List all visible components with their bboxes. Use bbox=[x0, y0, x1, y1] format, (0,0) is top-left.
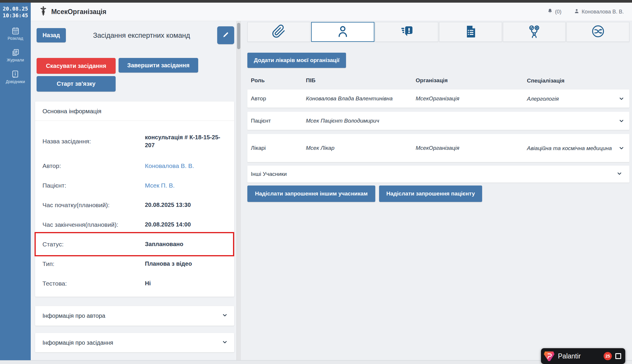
palantir-logo-icon bbox=[544, 351, 554, 361]
field-end-time: Час закінчення(плановий): 20.08.2025 14:… bbox=[42, 215, 227, 234]
other-participants-row[interactable]: Інші Учасники bbox=[247, 166, 629, 183]
journals-icon bbox=[11, 48, 20, 57]
cancel-meeting-button[interactable]: Скасувати засідання bbox=[37, 58, 116, 74]
paperclip-icon bbox=[272, 24, 286, 40]
field-patient: Пацієнт: Мсек П. В. bbox=[42, 176, 227, 195]
main-info-body: Назва засідання: консультація # К-18-15-… bbox=[35, 121, 234, 297]
reference-book-icon bbox=[11, 70, 20, 78]
tab-attachments[interactable] bbox=[247, 22, 310, 42]
sidebar: 20.08.25 10:36:45 Розклад bbox=[0, 3, 31, 360]
patient-link[interactable]: Мсек П. В. bbox=[145, 181, 227, 189]
chat-alert-icon bbox=[400, 24, 414, 40]
tab-documents[interactable] bbox=[439, 22, 502, 42]
main-info-title: Основна інформація bbox=[35, 102, 234, 121]
palantir-widget[interactable]: Palantir 25 bbox=[541, 348, 625, 364]
back-button[interactable]: Назад bbox=[37, 28, 66, 42]
calendar-icon bbox=[11, 26, 20, 35]
field-test: Тестова: Ні bbox=[42, 274, 227, 293]
field-meeting-name: Назва засідання: консультація # К-18-15-… bbox=[42, 127, 227, 156]
tab-messages[interactable] bbox=[375, 22, 438, 42]
finish-meeting-button[interactable]: Завершити засідання bbox=[119, 58, 198, 73]
sidebar-clock: 20.08.25 10:36:45 bbox=[0, 5, 31, 19]
chevron-down-icon bbox=[222, 339, 228, 346]
sidebar-item-label: Розклад bbox=[8, 36, 23, 41]
window-top-strip bbox=[0, 0, 632, 3]
notifications-button[interactable]: (0) bbox=[547, 8, 561, 16]
chevron-down-icon bbox=[616, 171, 622, 178]
sidebar-item-label: Журнали bbox=[7, 58, 24, 62]
bell-icon bbox=[547, 8, 553, 16]
main-info-card: Основна інформація Назва засідання: конс… bbox=[35, 102, 234, 297]
window-bottom-strip bbox=[0, 360, 632, 364]
participants-panel: Додати лікарів моєї організації Роль ПІБ… bbox=[247, 22, 629, 202]
header-right: (0) Коновалова В. В. bbox=[547, 8, 624, 16]
shuffle-icon bbox=[591, 24, 605, 40]
sidebar-item-schedule[interactable]: Розклад bbox=[8, 26, 23, 41]
panel-scrollbar-track[interactable] bbox=[237, 21, 241, 360]
invite-buttons: Надіслати запрошення іншим учасникам Над… bbox=[247, 186, 629, 202]
tab-bar bbox=[247, 22, 629, 42]
user-icon bbox=[574, 8, 580, 16]
start-connection-button[interactable]: Старт зв'язку bbox=[37, 76, 116, 92]
pencil-icon bbox=[222, 31, 229, 39]
field-type: Тип: Планова з відео bbox=[42, 254, 227, 274]
field-author: Автор: Коновалова В. В. bbox=[42, 156, 227, 176]
add-doctors-button[interactable]: Додати лікарів моєї організації bbox=[247, 53, 346, 68]
table-row-patient[interactable]: Пацієнт Мсек Пацієнт Володимирич bbox=[247, 112, 629, 130]
participants-status-icon bbox=[527, 24, 541, 40]
page-title: Засідання експертних команд bbox=[66, 31, 217, 40]
accordion-meeting-info[interactable]: Інформація про засідання bbox=[35, 333, 234, 352]
accordion-author-info[interactable]: Інформація про автора bbox=[35, 306, 234, 326]
sidebar-item-journals[interactable]: Журнали bbox=[7, 48, 24, 62]
table-row-doctors[interactable]: Лікарі Мсек Лікар МсекОрганізація Авіаці… bbox=[247, 134, 629, 162]
clock-time: 10:36:45 bbox=[0, 12, 31, 19]
author-link[interactable]: Коновалова В. В. bbox=[145, 162, 227, 170]
field-status: Статус: Заплановано bbox=[42, 234, 227, 254]
person-icon bbox=[336, 24, 350, 40]
meeting-panel: Назад Засідання експертних команд Скасув… bbox=[31, 21, 236, 360]
user-menu[interactable]: Коновалова В. В. bbox=[574, 8, 624, 16]
table-row-author[interactable]: Автор Коновалова Влада Валентинівна Мсек… bbox=[247, 90, 629, 108]
chevron-down-icon[interactable] bbox=[613, 96, 629, 102]
invite-patient-button[interactable]: Надіслати запрошення пацієнту bbox=[379, 186, 482, 202]
document-list-icon bbox=[463, 24, 477, 40]
app-title: МсекОрганізація bbox=[51, 8, 106, 16]
meeting-actions: Скасувати засідання Завершити засідання … bbox=[37, 58, 234, 92]
table-header: Роль ПІБ Організація Спеціалізація bbox=[247, 75, 629, 85]
palantir-title: Palantir bbox=[558, 352, 600, 360]
edit-button[interactable] bbox=[217, 26, 234, 44]
palantir-window-icon[interactable] bbox=[615, 353, 621, 359]
sidebar-nav: Розклад Журнали bbox=[0, 26, 31, 84]
tab-connection[interactable] bbox=[566, 22, 629, 42]
title-row: Назад Засідання експертних команд bbox=[37, 26, 234, 44]
tab-participants[interactable] bbox=[311, 22, 375, 42]
chevron-down-icon[interactable] bbox=[613, 118, 629, 124]
field-start-time: Час початку(плановий): 20.08.2025 13:30 bbox=[42, 195, 227, 215]
notifications-count: (0) bbox=[555, 9, 561, 15]
app-header: МсекОрганізація (0) Коновалова В. В. bbox=[31, 3, 632, 21]
caduceus-icon bbox=[39, 6, 48, 18]
sidebar-item-label: Довідники bbox=[6, 79, 25, 84]
palantir-badge: 25 bbox=[604, 352, 612, 360]
user-name: Коновалова В. В. bbox=[582, 9, 624, 15]
tab-decisions[interactable] bbox=[503, 22, 566, 42]
invite-others-button[interactable]: Надіслати запрошення іншим учасникам bbox=[247, 186, 375, 202]
chevron-down-icon bbox=[222, 312, 228, 320]
sidebar-item-directories[interactable]: Довідники bbox=[6, 70, 25, 84]
panel-scrollbar-thumb[interactable] bbox=[237, 23, 240, 49]
clock-date: 20.08.25 bbox=[0, 5, 31, 12]
chevron-down-icon[interactable] bbox=[613, 145, 629, 151]
